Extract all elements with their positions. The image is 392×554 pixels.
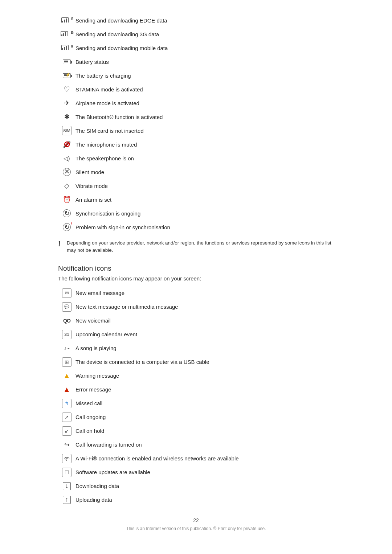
list-item: ♡ STAMINA mode is activated: [58, 83, 334, 95]
list-item: ◇ Vibrate mode: [58, 180, 334, 192]
error-icon: ▲: [58, 385, 75, 394]
notification-section-intro: The following notification icons may app…: [58, 275, 334, 282]
signal-mobile-icon: H: [58, 45, 75, 51]
call-ongoing-label: Call ongoing: [75, 413, 106, 421]
download-icon: ↓: [58, 482, 75, 490]
vibrate-icon: ◇: [58, 182, 75, 190]
call-forward-label: Call forwarding is turned on: [75, 441, 142, 448]
download-label: Downloading data: [75, 482, 119, 490]
list-item: ⏰ An alarm is set: [58, 194, 334, 205]
notification-section-title: Notification icons: [58, 264, 334, 272]
email-label: New email message: [75, 289, 124, 297]
calendar-icon: 31: [58, 330, 75, 339]
missed-call-icon: ↰: [58, 399, 75, 408]
sim-icon: SIM: [58, 126, 75, 135]
list-item: ▲ Error message: [58, 384, 334, 395]
battery-icon: [58, 59, 75, 64]
edge-label: Sending and downloading EDGE data: [75, 17, 167, 24]
sync-icon: ↻: [58, 209, 75, 217]
missed-call-label: Missed call: [75, 399, 102, 407]
notification-icon-list: ✉ New email message 💬 New text message o…: [58, 287, 334, 506]
note-block: ! Depending on your service provider, ne…: [58, 239, 334, 254]
mic-mute-icon: 🎤 ⊘: [58, 140, 75, 148]
list-item: 🎤 ⊘ The microphone is muted: [58, 139, 334, 150]
list-item: ↻ Synchronisation is ongoing: [58, 208, 334, 219]
list-item: ⚡ The battery is charging: [58, 70, 334, 81]
list-item: ⊞ The device is connected to a computer …: [58, 356, 334, 368]
sync-label: Synchronisation is ongoing: [75, 210, 140, 217]
usb-icon: ⊞: [58, 357, 75, 367]
signal-edge-icon: E: [58, 17, 75, 24]
upload-label: Uploading data: [75, 496, 112, 504]
voicemail-icon: QO: [58, 318, 75, 324]
status-icon-list: E Sending and downloading EDGE data 3G S…: [58, 15, 334, 233]
stamina-icon: ♡: [58, 85, 75, 94]
wifi-label: A Wi-Fi® connection is enabled and wirel…: [75, 455, 239, 462]
usb-label: The device is connected to a computer vi…: [75, 358, 209, 366]
list-item: ◁) The speakerphone is on: [58, 152, 334, 164]
speakerphone-icon: ◁): [58, 155, 75, 162]
airplane-label: Airplane mode is activated: [75, 99, 139, 107]
list-item: ↰ Missed call: [58, 398, 334, 409]
call-ongoing-icon: ↗: [58, 413, 75, 422]
list-item: ♪~ A song is playing: [58, 342, 334, 354]
vibrate-label: Vibrate mode: [75, 182, 108, 190]
silent-label: Silent mode: [75, 168, 104, 176]
sync-problem-icon: ↻!: [58, 223, 75, 231]
list-item: ↑ Uploading data: [58, 494, 334, 506]
note-icon: !: [58, 239, 64, 248]
battery-charging-icon: ⚡: [58, 73, 75, 78]
list-item: H Sending and downloading mobile data: [58, 42, 334, 54]
call-hold-label: Call on hold: [75, 427, 104, 435]
upload-icon: ↑: [58, 496, 75, 504]
wifi-icon: [58, 454, 75, 463]
list-item: 3G Sending and downloading 3G data: [58, 28, 334, 40]
email-icon: ✉: [58, 288, 75, 298]
alarm-label: An alarm is set: [75, 196, 111, 204]
list-item: QO New voicemail: [58, 315, 334, 327]
sim-label: The SIM card is not inserted: [75, 127, 144, 135]
calendar-label: Upcoming calendar event: [75, 331, 137, 338]
mic-mute-label: The microphone is muted: [75, 141, 137, 148]
list-item: 💬 New text message or multimedia message: [58, 301, 334, 313]
list-item: SIM The SIM card is not inserted: [58, 125, 334, 136]
call-forward-icon: ↪: [58, 441, 75, 449]
bluetooth-label: The Bluetooth® function is activated: [75, 113, 163, 121]
warning-icon: ▲: [58, 371, 75, 381]
svg-point-0: [66, 460, 67, 460]
page-container: E Sending and downloading EDGE data 3G S…: [0, 0, 392, 553]
3g-label: Sending and downloading 3G data: [75, 30, 159, 38]
call-hold-icon: ↙: [58, 426, 75, 436]
error-label: Error message: [75, 386, 111, 393]
list-item: ✉ New email message: [58, 287, 334, 299]
list-item: ↗ Call ongoing: [58, 411, 334, 423]
update-label: Software updates are available: [75, 468, 150, 476]
sms-label: New text message or multimedia message: [75, 303, 178, 311]
music-icon: ♪~: [58, 345, 75, 351]
bluetooth-icon: ✱: [58, 113, 75, 121]
page-number: 22: [58, 517, 334, 523]
signal-3g-icon: 3G: [58, 31, 75, 37]
sms-icon: 💬: [58, 302, 75, 312]
list-item: ↪ Call forwarding is turned on: [58, 439, 334, 451]
music-label: A song is playing: [75, 344, 117, 352]
warning-label: Warning message: [75, 372, 119, 379]
update-icon: ☐: [58, 468, 75, 477]
list-item: A Wi-Fi® connection is enabled and wirel…: [58, 453, 334, 464]
battery-charging-label: The battery is charging: [75, 72, 131, 79]
list-item: 31 Upcoming calendar event: [58, 329, 334, 340]
battery-label: Battery status: [75, 58, 109, 66]
note-text: Depending on your service provider, netw…: [67, 239, 334, 254]
list-item: ↙ Call on hold: [58, 425, 334, 437]
footer-text: This is an Internet version of this publ…: [58, 526, 334, 531]
stamina-label: STAMINA mode is activated: [75, 86, 143, 93]
list-item: ↓ Downloading data: [58, 480, 334, 492]
silent-icon: ✕: [58, 168, 75, 176]
list-item: ✕ Silent mode: [58, 166, 334, 178]
airplane-icon: ✈: [58, 99, 75, 107]
list-item: ✱ The Bluetooth® function is activated: [58, 111, 334, 123]
list-item: ✈ Airplane mode is activated: [58, 97, 334, 109]
voicemail-label: New voicemail: [75, 317, 111, 324]
mobile-label: Sending and downloading mobile data: [75, 44, 168, 52]
alarm-icon: ⏰: [58, 196, 75, 204]
